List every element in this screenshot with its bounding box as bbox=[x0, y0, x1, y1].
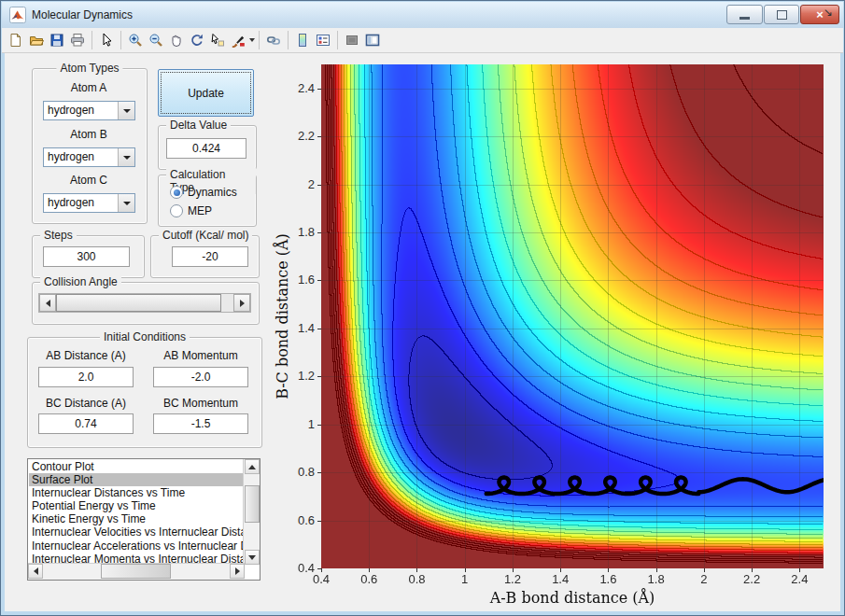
dynamics-radio[interactable]: Dynamics bbox=[170, 186, 237, 199]
atom-b-dropdown-arrow-icon[interactable] bbox=[118, 148, 134, 166]
steps-field[interactable] bbox=[43, 246, 130, 267]
pes-contour-plot[interactable] bbox=[321, 64, 824, 568]
print-button[interactable] bbox=[67, 30, 88, 50]
figure-toolbar bbox=[2, 28, 843, 53]
calculation-type-panel: Calculation Type Dynamics MEP bbox=[158, 175, 257, 227]
mep-radio[interactable]: MEP bbox=[170, 204, 212, 217]
x-tick-label: 2 bbox=[683, 572, 725, 586]
atom-c-dropdown-arrow-icon[interactable] bbox=[118, 194, 134, 212]
y-tick-label: 0.4 bbox=[283, 561, 315, 575]
show-plot-tools-icon bbox=[365, 33, 380, 48]
show-plot-tools-button[interactable] bbox=[362, 30, 383, 50]
insert-colorbar-button[interactable] bbox=[292, 30, 313, 50]
dynamics-radio-icon[interactable] bbox=[170, 186, 183, 199]
y-tick-label: 2.4 bbox=[283, 81, 315, 95]
cutoff-title: Cutoff (Kcal/ mol) bbox=[159, 229, 252, 242]
horizontal-scroll-thumb[interactable] bbox=[101, 564, 171, 579]
minimize-button[interactable] bbox=[726, 5, 763, 24]
toolbar-separator bbox=[259, 31, 260, 49]
ab-distance-field[interactable] bbox=[38, 367, 134, 387]
listbox-vertical-scrollbar[interactable] bbox=[243, 459, 260, 565]
data-cursor-button[interactable] bbox=[207, 30, 228, 50]
zoom-in-icon bbox=[128, 33, 143, 48]
brush-icon bbox=[231, 33, 246, 48]
pan-button[interactable] bbox=[166, 30, 187, 50]
zoom-in-button[interactable] bbox=[125, 30, 146, 50]
collision-angle-slider[interactable] bbox=[38, 293, 251, 313]
list-item[interactable]: Internuclear Accelerations vs Internucle… bbox=[29, 539, 244, 553]
x-tick-label: 0.6 bbox=[348, 572, 389, 586]
y-tick-mark bbox=[317, 425, 321, 426]
atom-c-value: hydrogen bbox=[48, 196, 116, 209]
update-button[interactable]: Update bbox=[158, 69, 254, 117]
zoom-out-button[interactable] bbox=[146, 30, 166, 50]
list-item[interactable]: Potential Energy vs Time bbox=[29, 499, 244, 512]
ab-momentum-label: AB Momentum bbox=[153, 349, 248, 362]
bc-distance-field[interactable] bbox=[38, 413, 134, 434]
x-tick-label: 1 bbox=[444, 572, 486, 586]
brush-button[interactable] bbox=[228, 30, 248, 50]
delta-value-title: Delta Value bbox=[166, 119, 231, 132]
bc-distance-label: BC Distance (A) bbox=[38, 397, 134, 410]
data-cursor-icon bbox=[210, 33, 225, 48]
initial-conditions-title: Initial Conditions bbox=[100, 330, 190, 343]
ab-distance-label: AB Distance (A) bbox=[38, 349, 134, 362]
list-item[interactable]: Kinetic Energy vs Time bbox=[29, 512, 244, 525]
x-tick-label: 2.4 bbox=[779, 572, 820, 586]
scroll-up-button[interactable] bbox=[245, 459, 260, 474]
new-file-icon bbox=[8, 33, 23, 48]
delta-value-field[interactable] bbox=[166, 138, 246, 159]
atom-a-dropdown[interactable]: hydrogen bbox=[43, 101, 135, 120]
new-file-button[interactable] bbox=[6, 30, 26, 50]
scroll-right-button[interactable] bbox=[230, 564, 245, 579]
y-tick-label: 2 bbox=[283, 177, 315, 191]
pointer-button[interactable] bbox=[96, 30, 117, 50]
y-tick-mark bbox=[317, 185, 321, 186]
atom-a-dropdown-arrow-icon[interactable] bbox=[118, 102, 134, 119]
list-item[interactable]: Internuclear Velocities vs Internuclear … bbox=[29, 525, 244, 539]
cutoff-field[interactable] bbox=[172, 246, 248, 267]
close-icon: × bbox=[816, 7, 824, 21]
ab-momentum-field[interactable] bbox=[153, 367, 248, 387]
restore-button[interactable] bbox=[764, 5, 799, 24]
x-axis-label: A-B bond distance (Å) bbox=[321, 589, 824, 607]
y-tick-mark bbox=[317, 280, 321, 281]
x-tick-label: 2.2 bbox=[731, 572, 772, 586]
toolbar-separator bbox=[288, 31, 289, 49]
slider-left-arrow[interactable] bbox=[39, 294, 56, 312]
toolbar-overflow-icon[interactable]: ↘ bbox=[824, 6, 833, 19]
save-figure-icon bbox=[49, 33, 64, 48]
y-tick-label: 2.2 bbox=[283, 129, 315, 143]
scroll-down-button[interactable] bbox=[245, 550, 260, 565]
list-item[interactable]: Surface Plot bbox=[29, 473, 244, 486]
close-button[interactable]: × bbox=[800, 5, 839, 24]
list-item[interactable]: Contour Plot bbox=[29, 460, 244, 473]
atom-a-label: Atom A bbox=[32, 81, 146, 94]
bc-momentum-field[interactable] bbox=[153, 413, 248, 434]
toolbar-separator bbox=[337, 31, 338, 49]
slider-right-arrow[interactable] bbox=[233, 294, 250, 312]
brush-dropdown-arrow-icon[interactable] bbox=[249, 38, 255, 42]
atom-b-dropdown[interactable]: hydrogen bbox=[43, 147, 135, 167]
slider-thumb[interactable] bbox=[56, 294, 221, 312]
save-figure-button[interactable] bbox=[47, 30, 67, 50]
x-tick-label: 1.4 bbox=[540, 572, 581, 586]
scroll-left-button[interactable] bbox=[28, 564, 43, 579]
rotate-3d-button[interactable] bbox=[187, 30, 207, 50]
open-file-button[interactable] bbox=[26, 30, 47, 50]
y-tick-mark bbox=[317, 376, 321, 377]
plot-type-items: Contour PlotSurface PlotInternuclear Dis… bbox=[29, 460, 244, 564]
hide-plot-tools-button[interactable] bbox=[342, 30, 362, 50]
listbox-horizontal-scrollbar[interactable] bbox=[28, 563, 245, 580]
atom-c-dropdown[interactable]: hydrogen bbox=[43, 193, 135, 213]
list-item[interactable]: Internuclear Distances vs Time bbox=[29, 486, 244, 499]
matlab-logo-icon bbox=[9, 7, 26, 23]
title-bar[interactable]: Molecular Dynamics bbox=[2, 2, 843, 29]
link-plot-button[interactable] bbox=[263, 30, 284, 50]
plot-type-listbox[interactable]: Contour PlotSurface PlotInternuclear Dis… bbox=[27, 458, 261, 581]
x-tick-label: 1.6 bbox=[587, 572, 628, 586]
insert-legend-button[interactable] bbox=[313, 30, 333, 50]
vertical-scroll-thumb[interactable] bbox=[245, 485, 260, 523]
mep-radio-icon[interactable] bbox=[170, 204, 183, 217]
insert-legend-icon bbox=[316, 33, 331, 48]
